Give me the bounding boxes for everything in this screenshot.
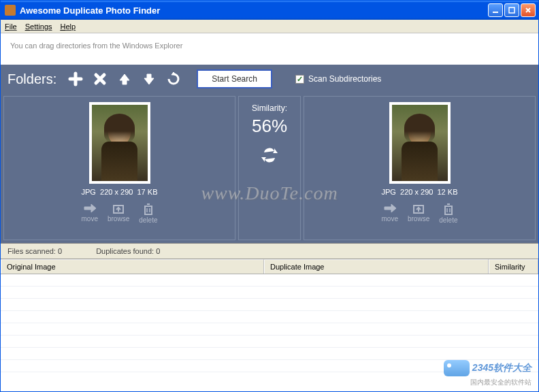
right-photo-meta: JPG 220 x 290 12 KB [382,188,458,196]
left-thumbnail[interactable] [89,102,150,184]
branding-sub: 国内最安全的软件站 [470,378,532,387]
remove-folder-button[interactable] [89,68,111,90]
left-delete-button[interactable]: delete [139,203,157,224]
svg-rect-5 [445,206,452,214]
compare-area: JPG 220 x 290 17 KB move browse delete S… [1,93,538,243]
column-original[interactable]: Original Image [1,259,264,274]
duplicates-found: Duplicates found: 0 [96,247,160,255]
similarity-panel: Similarity: 56% [238,96,301,240]
table-row [1,287,538,299]
left-photo-meta: JPG 220 x 290 17 KB [82,188,158,196]
branding-icon [444,360,470,376]
right-thumbnail[interactable] [389,102,451,184]
branding-name: 2345软件大全 [472,362,532,374]
site-branding: 2345软件大全 国内最安全的软件站 [444,360,532,387]
table-row [1,299,538,311]
scan-subdirectories-checkbox[interactable]: ✓ Scan Subdirectories [295,74,381,84]
menu-settings[interactable]: Settings [25,22,52,31]
table-row [1,323,538,336]
svg-rect-3 [145,206,152,214]
column-duplicate[interactable]: Duplicate Image [264,259,489,274]
move-up-button[interactable] [114,68,135,90]
swap-button[interactable] [261,146,278,165]
window-title: Awesome Duplicate Photo Finder [20,5,488,16]
maximize-button[interactable] [504,3,519,17]
similarity-value: 56% [252,116,287,137]
column-similarity[interactable]: Similarity [489,259,538,274]
titlebar: Awesome Duplicate Photo Finder [1,1,538,20]
table-row [1,336,538,348]
results-list[interactable]: 2345软件大全 国内最安全的软件站 [1,274,538,391]
move-down-button[interactable] [138,68,160,90]
scan-sub-label: Scan Subdirectories [308,74,381,84]
folders-toolbar: Folders: Start Search ✓ Scan Subdirector… [1,65,538,93]
check-icon: ✓ [295,75,304,84]
right-browse-button[interactable]: browse [408,203,429,224]
table-row [1,311,538,323]
table-row [1,348,538,360]
results-header: Original Image Duplicate Image Similarit… [1,259,538,274]
files-scanned: Files scanned: 0 [7,247,62,255]
add-folder-button[interactable] [65,68,86,90]
drag-hint: You can drag directories from the Window… [1,33,538,65]
status-bar: Files scanned: 0 Duplicates found: 0 [1,243,538,259]
start-search-button[interactable]: Start Search [197,69,272,88]
reset-button[interactable] [163,68,184,90]
table-row [1,274,538,287]
menubar: File Settings Help [1,20,538,33]
folders-label: Folders: [7,71,56,87]
menu-help[interactable]: Help [61,22,76,31]
app-icon [5,5,16,16]
right-move-button[interactable]: move [382,203,398,224]
svg-rect-1 [509,7,514,13]
left-browse-button[interactable]: browse [108,203,129,224]
menu-file[interactable]: File [5,22,17,31]
similarity-label: Similarity: [252,103,287,113]
right-delete-button[interactable]: delete [439,203,457,224]
svg-rect-0 [493,12,498,13]
close-button[interactable] [521,3,536,17]
right-photo-panel: JPG 220 x 290 12 KB move browse delete [304,96,536,240]
minimize-button[interactable] [488,3,503,17]
left-move-button[interactable]: move [82,203,98,224]
left-photo-panel: JPG 220 x 290 17 KB move browse delete [3,96,235,240]
